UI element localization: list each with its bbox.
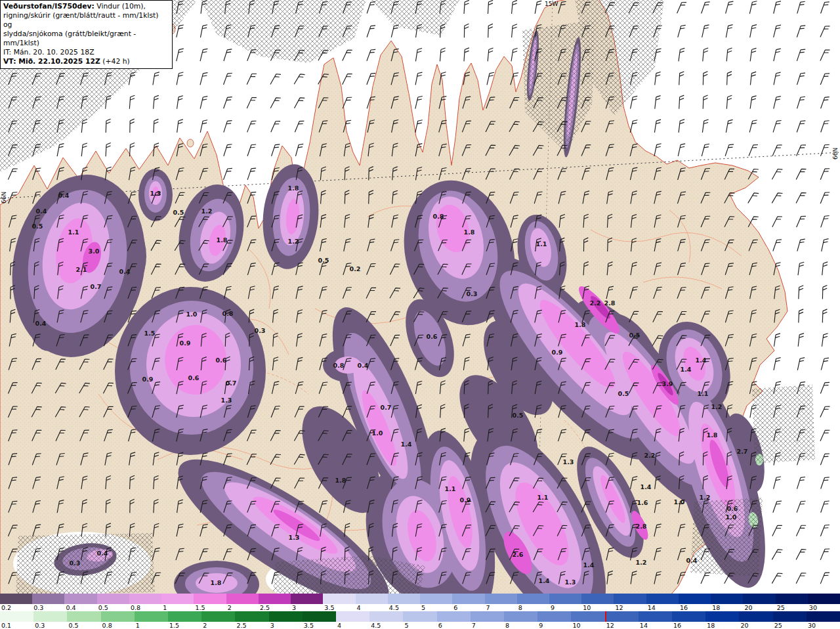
rain-scale-value: 10	[581, 604, 614, 611]
snow-scale-value: 10	[571, 622, 604, 629]
precip-value-label: 0.9	[142, 376, 154, 383]
precip-value-label: 1.8	[217, 236, 228, 244]
rain-scale-cell	[356, 594, 388, 604]
snow-scale-cell	[705, 611, 739, 622]
snow-scale-cell	[0, 611, 33, 622]
precip-value-label: 1.4	[583, 561, 595, 569]
snow-scale-value: 9	[537, 622, 571, 629]
snow-scale-cell	[639, 611, 672, 622]
precip-value-label: 1.2	[636, 559, 647, 566]
precip-value-label: 0.5	[318, 257, 329, 264]
rain-scale-value: 9	[549, 604, 581, 611]
snow-scale-cell	[672, 611, 705, 622]
snow-scale-value: 7	[471, 622, 504, 629]
product-line: Veðurstofan/IS750dev: Vindur (10m),	[3, 2, 169, 11]
snow-scale-value: 0.5	[67, 622, 100, 629]
snow-scale-cell	[403, 611, 436, 622]
snow-scale-value: 20	[739, 622, 772, 629]
legend-line-sleet: slydda/snjókoma (grátt/bleikt/grænt - mm…	[3, 30, 169, 48]
rain-scale-cell	[452, 594, 484, 604]
precip-value-label: 1.2	[700, 494, 711, 501]
scale-marker-tick	[605, 611, 606, 622]
snow-scale-cell	[605, 611, 639, 622]
snow-scale-cell	[537, 611, 571, 622]
snow-scale-bar	[0, 611, 840, 622]
rain-scale-value: 3.5	[323, 604, 355, 611]
precip-value-label: 0.4	[686, 557, 698, 564]
rain-scale-cell	[614, 594, 646, 604]
snow-scale-value: 3	[269, 622, 303, 629]
snow-scale-cell	[369, 611, 403, 622]
rain-scale-value: 6	[452, 604, 484, 611]
snow-scale-cell	[235, 611, 268, 622]
rain-scale-cell	[388, 594, 420, 604]
precip-value-label: 1.3	[289, 534, 300, 541]
snow-scale-values: 0.10.30.50.811.522.533.544.5567891012141…	[0, 622, 840, 629]
precip-value-label: 0.8	[333, 362, 345, 369]
snow-scale-value: 4	[336, 622, 369, 629]
precip-value-label: 1.2	[288, 238, 299, 245]
valid-time-line: VT: Mið. 22.10.2025 12Z (+42 h)	[3, 57, 169, 66]
precip-value-label: 0.7	[226, 380, 237, 387]
precip-value-label: 0.3	[70, 559, 81, 567]
precip-value-label: 2.6	[513, 551, 524, 558]
legend-line-rain: rigning/skúrir (grænt/blátt/rautt - mm/1…	[3, 11, 169, 30]
rain-scale-value: 0.2	[0, 604, 32, 611]
map-canvas: 0.40.40.51.13.02.10.70.40.41.30.51.21.81…	[0, 0, 840, 594]
precip-value-label: 2.7	[737, 448, 748, 455]
rain-scale-cell	[32, 594, 64, 604]
precip-value-label: 0.5	[32, 223, 43, 230]
precip-value-label: 1.8	[211, 579, 222, 586]
precip-value-label: 1.2	[201, 207, 213, 215]
precip-value-label: 1.0	[372, 429, 383, 437]
snow-scale-cell	[33, 611, 67, 622]
precip-value-label: 0.7	[381, 404, 392, 411]
rain-scale-value: 12	[614, 604, 646, 611]
latitude-label-left: 66N	[1, 192, 7, 204]
precip-value-label: 1.8	[288, 184, 299, 192]
precip-value-label: 1.5	[144, 330, 156, 337]
rain-scale-cell	[646, 594, 679, 604]
precip-value-label: 1.1	[536, 240, 547, 248]
snow-scale-value: 8	[504, 622, 537, 629]
rain-scale-cell	[226, 594, 259, 604]
snow-scale-cell	[201, 611, 235, 622]
precip-value-label: 0.5	[629, 332, 640, 339]
precip-value-label: 2.2	[644, 452, 656, 459]
rain-scale-value: 2.5	[259, 604, 291, 611]
precip-value-label: 1.2	[711, 403, 723, 410]
product-param: Vindur (10m),	[94, 2, 146, 11]
rain-scale-cell	[291, 594, 323, 604]
precip-value-label: 1.1	[68, 228, 79, 236]
rain-scale-values: 0.20.30.40.50.811.522.533.544.5567891012…	[0, 604, 840, 611]
precip-value-label: 1.3	[563, 458, 574, 466]
precip-value-label: 1.4	[696, 357, 707, 364]
rain-scale-value: 20	[743, 604, 775, 611]
precip-value-label: 0.6	[427, 333, 438, 340]
snow-scale-cell	[504, 611, 537, 622]
rain-scale-cell	[581, 594, 614, 604]
small-island	[187, 139, 194, 147]
rain-scale: 0.20.30.40.50.811.522.533.544.5567891012…	[0, 594, 840, 611]
snow-scale-value: 2	[201, 622, 235, 629]
rain-scale-cell	[549, 594, 581, 604]
snow-scale-cell	[437, 611, 471, 622]
forecast-title-box: Veðurstofan/IS750dev: Vindur (10m), rign…	[0, 0, 173, 69]
precip-value-label: 0.6	[188, 374, 200, 381]
snow-scale-value: 1.5	[168, 622, 201, 629]
latitude-label-right: 66N	[832, 148, 839, 160]
snow-scale-value: 3.5	[303, 622, 336, 629]
weather-map: 0.40.40.51.13.02.10.70.40.41.30.51.21.81…	[0, 0, 840, 594]
precip-value-label: 0.3	[467, 290, 478, 297]
precip-value-label: 0.9	[180, 339, 191, 347]
snow-scale-value: 5	[403, 622, 436, 629]
precip-value-label: 1.8	[464, 228, 475, 236]
precip-value-label: 0.9	[552, 349, 563, 356]
rain-scale-cell	[161, 594, 194, 604]
precip-value-label: 2.2	[590, 299, 601, 307]
rain-scale-bar	[0, 594, 840, 604]
precip-value-label: 0.8	[222, 310, 234, 317]
snow-scale-value: 0.1	[0, 622, 33, 629]
rain-scale-cell	[64, 594, 96, 604]
snow-scale-cell	[303, 611, 336, 622]
